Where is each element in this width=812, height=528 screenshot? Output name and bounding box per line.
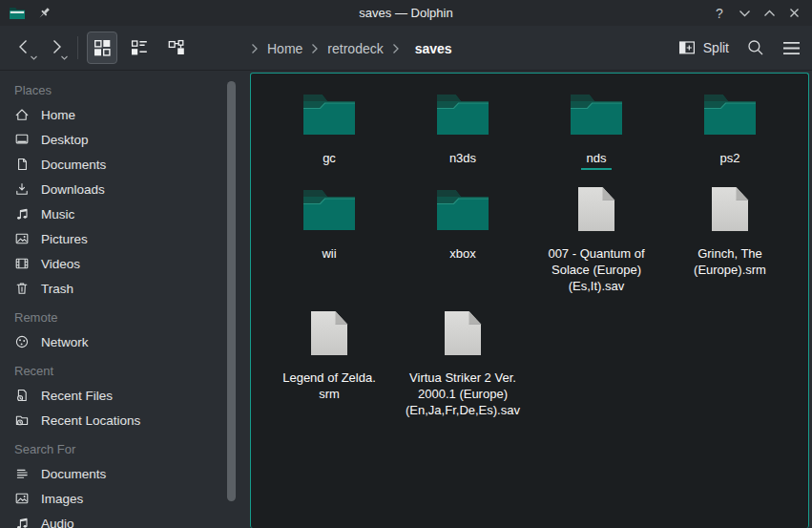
sidebar-item-label: Audio [41,517,74,528]
sidebar-item-label: Documents [41,158,106,172]
file-item-label: ps2 [720,150,740,166]
folder-icon [570,91,623,137]
places-panel: Places Home Desktop Documents Downloads … [0,71,239,528]
sidebar-section-title[interactable]: Remote [0,306,239,329]
sidebar-item-desktop[interactable]: Desktop [0,127,239,152]
folder-item-n3ds[interactable]: n3ds [396,81,530,166]
folder-item-ps2[interactable]: ps2 [663,81,797,166]
sidebar-item-music[interactable]: Music [0,201,239,226]
folder-icon [302,186,356,232]
search-icon[interactable] [746,38,765,57]
breadcrumb-segment-retrodeck[interactable]: retrodeck [327,41,383,56]
sidebar-item-label: Videos [41,257,80,271]
sidebar-item-pictures[interactable]: Pictures [0,226,239,251]
sidebar-section-title[interactable]: Places [0,79,239,102]
sidebar-section: Remote Network [0,306,239,354]
videos-icon [14,256,30,271]
sidebar-item-label: Downloads [41,182,105,197]
sidebar-item-recent-locations[interactable]: Recent Locations [0,408,239,433]
file-item-label: nds [581,150,613,170]
folder-icon [302,91,356,137]
images-icon [14,491,30,506]
sidebar-item-label: Music [41,207,74,222]
folder-item-wii[interactable]: wii [262,177,396,262]
file-item-label: gc [323,150,336,166]
folder-item-nds[interactable]: nds [530,81,663,170]
pin-icon[interactable] [36,6,52,21]
folder-view[interactable]: gc n3ds nds ps2 wii xbox [250,73,809,528]
sidebar-section: Recent Recent Files Recent Locations [0,360,239,433]
home-icon [14,107,30,122]
sidebar-section-title[interactable]: Search For [0,438,239,461]
file-item-007-quantum-of-solace-europe-es-it-sav[interactable]: 007 - Quantum of Solace (Europe) (Es,It)… [530,177,663,294]
file-item-label: n3ds [449,150,476,166]
sidebar-item-audio[interactable]: Audio [0,511,239,528]
toolbar: Home retrodeck saves Split [0,26,812,71]
sidebar-item-home[interactable]: Home [0,102,239,127]
file-item-grinch-the-europe-srm[interactable]: Grinch, The (Europe).srm [663,177,797,278]
back-dropdown-caret [30,55,38,61]
folder-icon [436,186,489,232]
file-item-label: Legend of Zelda. srm [282,370,376,402]
sidebar-section-title[interactable]: Recent [0,360,239,383]
file-item-legend-of-zelda-srm[interactable]: Legend of Zelda. srm [262,301,396,402]
file-icon [444,310,482,356]
details-view-button[interactable] [124,32,155,64]
file-item-label: wii [322,245,336,262]
file-item-label: xbox [449,245,475,262]
network-icon [14,334,30,349]
folder-item-xbox[interactable]: xbox [396,177,530,262]
minimize-button[interactable] [732,0,757,26]
columns-view-button[interactable] [161,32,192,64]
folder-icon [436,91,489,137]
maximize-button[interactable] [757,0,781,26]
close-button[interactable] [781,0,806,26]
file-icon [577,186,615,232]
split-icon [678,40,696,55]
sidebar-item-documents[interactable]: Documents [0,152,239,177]
file-icon [310,310,348,356]
file-icon [711,186,749,232]
content-area: Places Home Desktop Documents Downloads … [0,71,812,528]
sidebar-item-network[interactable]: Network [0,329,239,354]
sidebar-scrollbar-thumb[interactable] [227,81,236,501]
sidebar-item-videos[interactable]: Videos [0,251,239,276]
sidebar-item-label: Images [41,492,83,506]
sidebar-item-label: Trash [41,282,73,296]
pictures-icon [14,231,30,246]
desktop-icon [14,132,30,147]
help-button[interactable]: ? [707,0,732,26]
folder-icon [703,91,757,137]
breadcrumb-chevron-icon [311,43,319,54]
file-item-virtua-striker-2-ver-2000-1-europe-en-ja-fr-de-es-sav[interactable]: Virtua Striker 2 Ver. 2000.1 (Europe) (E… [396,301,530,418]
breadcrumb-current[interactable]: saves [415,41,452,56]
split-button[interactable]: Split [678,40,729,55]
breadcrumb-segment-home[interactable]: Home [267,41,302,56]
app-folder-icon [9,6,26,20]
sidebar-item-label: Documents [41,467,106,481]
sidebar-item-trash[interactable]: Trash [0,276,239,301]
documents-icon [14,157,30,172]
audio-icon [14,516,30,528]
folder-item-gc[interactable]: gc [262,81,396,166]
file-item-label: Virtua Striker 2 Ver. 2000.1 (Europe) (E… [406,370,520,418]
hamburger-menu-icon[interactable] [782,41,801,55]
breadcrumb: Home retrodeck saves [251,26,452,71]
sidebar-item-label: Pictures [41,232,88,246]
breadcrumb-chevron-icon [251,43,259,54]
sidebar-section: Places Home Desktop Documents Downloads … [0,79,239,301]
sidebar-item-documents[interactable]: Documents [0,461,239,486]
sidebar-item-images[interactable]: Images [0,486,239,511]
window-title: saves — Dolphin [359,6,452,20]
sidebar-item-downloads[interactable]: Downloads [0,177,239,201]
sidebar-item-recent-files[interactable]: Recent Files [0,383,239,408]
breadcrumb-chevron-icon [392,43,400,54]
titlebar: saves — Dolphin ? [0,0,812,26]
recent-files-icon [14,388,30,403]
icons-view-button[interactable] [87,32,117,64]
downloads-icon [14,181,30,197]
dolphin-window: saves — Dolphin ? [0,0,812,528]
back-button[interactable] [10,32,40,64]
forward-button[interactable] [40,32,71,64]
toolbar-separator [77,36,78,59]
